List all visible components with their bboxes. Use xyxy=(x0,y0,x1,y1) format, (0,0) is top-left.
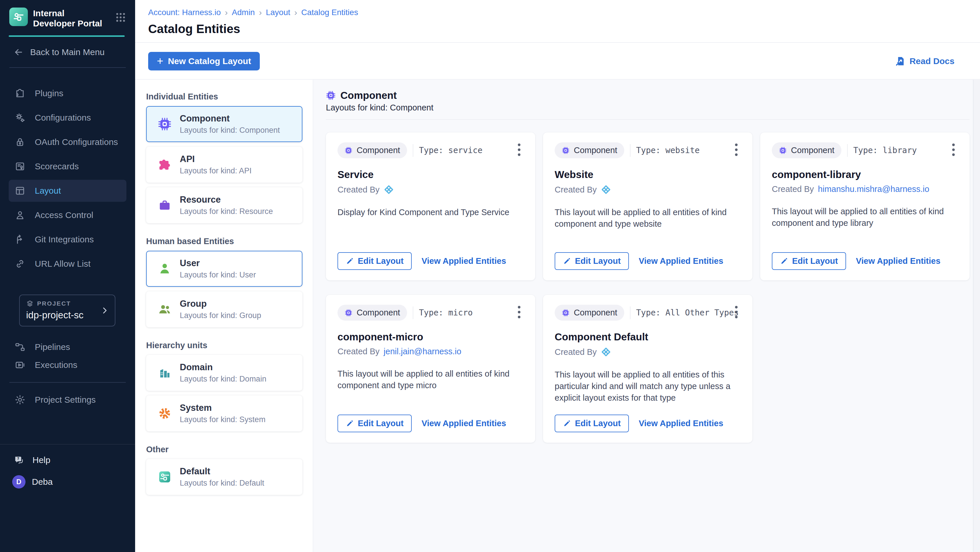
edit-layout-button[interactable]: Edit Layout xyxy=(555,415,629,432)
breadcrumb-account[interactable]: Account: Harness.io xyxy=(148,8,221,17)
entity-item-group[interactable]: Group Layouts for kind: Group xyxy=(146,291,302,327)
entity-item-user[interactable]: User Layouts for kind: User xyxy=(146,251,302,287)
sidebar-nav: Plugins Configurations OAuth Configurati… xyxy=(0,81,135,276)
sidebar-item-label: Configurations xyxy=(35,113,91,122)
edit-layout-label: Edit Layout xyxy=(575,256,621,266)
sidebar-footer: ? Help D Deba xyxy=(0,444,135,552)
breadcrumb-separator: › xyxy=(225,8,228,17)
breadcrumb-catalog-entities[interactable]: Catalog Entities xyxy=(301,8,358,17)
default-layout-icon xyxy=(158,470,172,484)
content: Individual Entities Component Layouts fo… xyxy=(135,80,980,552)
app-logo[interactable] xyxy=(9,8,28,26)
card-menu-kebab-icon[interactable] xyxy=(512,304,525,320)
scorecard-icon xyxy=(14,161,25,172)
sidebar-item-oauth-configurations[interactable]: OAuth Configurations xyxy=(0,130,135,154)
pencil-icon xyxy=(780,257,788,265)
app-grid-icon[interactable] xyxy=(115,11,126,29)
edit-layout-button[interactable]: Edit Layout xyxy=(337,415,412,432)
entity-name: Group xyxy=(180,299,261,309)
section-individual-entities: Individual Entities xyxy=(146,92,302,102)
badge-label: Component xyxy=(791,146,834,155)
entity-item-system[interactable]: System Layouts for kind: System xyxy=(146,395,302,431)
pencil-icon xyxy=(345,420,354,428)
view-applied-entities-link[interactable]: View Applied Entities xyxy=(856,256,940,266)
entity-item-default[interactable]: Default Layouts for kind: Default xyxy=(146,459,302,495)
kind-subtitle: Layouts for kind: Component xyxy=(326,103,980,113)
creator-email-link[interactable]: himanshu.mishra@harness.io xyxy=(818,185,929,194)
entity-item-domain[interactable]: Domain Layouts for kind: Domain xyxy=(146,355,302,391)
card-menu-kebab-icon[interactable] xyxy=(512,142,525,158)
breadcrumb-layout[interactable]: Layout xyxy=(266,8,290,17)
user-menu[interactable]: D Deba xyxy=(0,475,135,488)
person-icon xyxy=(14,210,25,221)
entity-item-api[interactable]: API Layouts for kind: API xyxy=(146,147,302,183)
entity-name: Component xyxy=(180,113,280,124)
sidebar-item-label: URL Allow List xyxy=(35,259,91,269)
entity-item-component[interactable]: Component Layouts for kind: Component xyxy=(146,106,302,142)
chip-icon xyxy=(344,146,353,154)
avatar: D xyxy=(12,475,25,488)
arrow-left-icon xyxy=(13,47,24,57)
sidebar-item-label: Project Settings xyxy=(35,395,96,405)
creator-email-link[interactable]: jenil.jain@harness.io xyxy=(383,347,461,356)
breadcrumb-separator: › xyxy=(259,8,262,17)
pencil-icon xyxy=(563,257,571,265)
view-applied-entities-link[interactable]: View Applied Entities xyxy=(639,418,724,428)
created-by-label: Created By xyxy=(337,347,380,356)
scrollbar[interactable] xyxy=(973,80,980,552)
sidebar-item-layout[interactable]: Layout xyxy=(9,180,126,202)
card-menu-kebab-icon[interactable] xyxy=(947,142,960,158)
breadcrumb-admin[interactable]: Admin xyxy=(232,8,255,17)
puzzle-icon xyxy=(14,88,25,99)
edit-layout-button[interactable]: Edit Layout xyxy=(337,252,412,270)
layout-cards-grid: Component Type: service Service Created … xyxy=(326,132,980,443)
entity-desc: Layouts for kind: Resource xyxy=(180,207,273,216)
vertical-divider xyxy=(847,144,848,157)
project-selector[interactable]: PROJECT idp-project-sc xyxy=(19,294,115,326)
group-icon xyxy=(158,302,172,316)
entity-nav-panel: Individual Entities Component Layouts fo… xyxy=(135,80,313,552)
type-text: Type: service xyxy=(419,146,482,155)
edit-layout-button[interactable]: Edit Layout xyxy=(772,252,846,270)
read-docs-link[interactable]: Read Docs xyxy=(894,56,955,67)
card-description: This layout will be applied to all entit… xyxy=(555,369,741,404)
card-menu-kebab-icon[interactable] xyxy=(730,142,743,158)
view-applied-entities-link[interactable]: View Applied Entities xyxy=(422,256,506,266)
vertical-divider xyxy=(630,144,630,157)
card-title: Service xyxy=(337,169,523,180)
badge-label: Component xyxy=(356,308,400,317)
entity-desc: Layouts for kind: Domain xyxy=(180,375,266,383)
entity-desc: Layouts for kind: System xyxy=(180,415,266,424)
view-applied-entities-link[interactable]: View Applied Entities xyxy=(422,418,506,428)
edit-layout-button[interactable]: Edit Layout xyxy=(555,252,629,270)
view-applied-entities-link[interactable]: View Applied Entities xyxy=(639,256,724,266)
entity-desc: Layouts for kind: Group xyxy=(180,311,261,320)
sidebar-header: Internal Developer Portal xyxy=(0,0,135,29)
sidebar-item-configurations[interactable]: Configurations xyxy=(0,105,135,130)
link-icon xyxy=(14,258,25,269)
sidebar-item-executions[interactable]: Executions xyxy=(0,356,135,374)
page-title: Catalog Entities xyxy=(148,22,980,36)
back-to-main-menu[interactable]: Back to Main Menu xyxy=(13,47,135,57)
executions-icon xyxy=(14,360,25,371)
back-label: Back to Main Menu xyxy=(30,47,105,57)
harness-logo-icon xyxy=(601,347,611,357)
new-catalog-layout-button[interactable]: + New Catalog Layout xyxy=(148,52,260,70)
card-menu-kebab-icon[interactable] xyxy=(730,304,743,320)
sidebar-item-project-settings[interactable]: Project Settings xyxy=(0,391,135,409)
sidebar-item-url-allow-list[interactable]: URL Allow List xyxy=(0,251,135,276)
sidebar-item-label: OAuth Configurations xyxy=(35,137,118,147)
sidebar-item-git-integrations[interactable]: Git Integrations xyxy=(0,227,135,251)
card-description: This layout will be applied to all entit… xyxy=(555,207,741,230)
sidebar-item-pipelines[interactable]: Pipelines xyxy=(0,338,135,356)
help-button[interactable]: ? Help xyxy=(0,451,135,469)
sidebar-item-access-control[interactable]: Access Control xyxy=(0,203,135,227)
entity-item-resource[interactable]: Resource Layouts for kind: Resource xyxy=(146,187,302,223)
sidebar-item-scorecards[interactable]: Scorecards xyxy=(0,154,135,178)
sidebar-item-plugins[interactable]: Plugins xyxy=(0,81,135,105)
sidebar-item-label: Scorecards xyxy=(35,161,79,171)
badge-label: Component xyxy=(574,146,617,155)
gears-icon xyxy=(14,112,25,123)
type-text: Type: micro xyxy=(419,308,473,317)
briefcase-icon xyxy=(158,198,172,212)
